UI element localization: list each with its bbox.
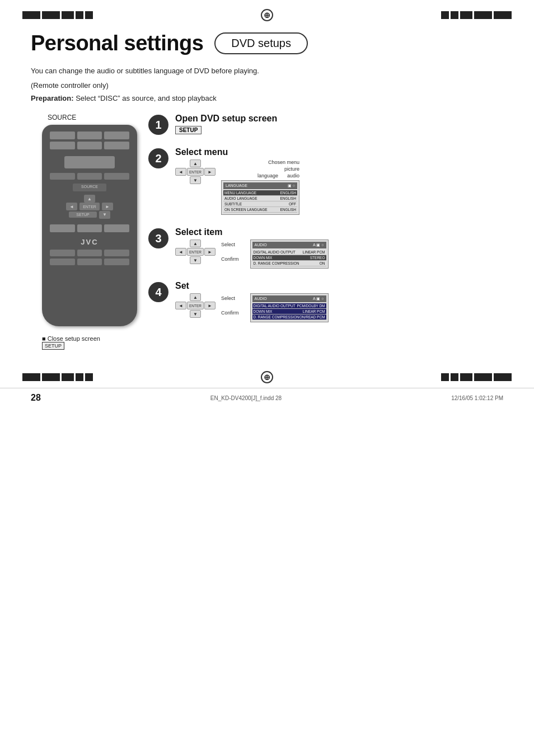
close-text: Close setup screen: [48, 335, 100, 342]
source-label: SOURCE: [48, 114, 148, 121]
strip-block: [441, 11, 449, 19]
tab-row2: language audio: [257, 173, 299, 179]
remote-down-btn: ▼: [99, 211, 110, 219]
step-2-number: 2: [148, 148, 168, 168]
remote-btn: [104, 132, 129, 139]
footer-date: 12/16/05 1:02:12 PM: [451, 395, 503, 401]
screen-row: D. RANGE COMPRESSION ON: [252, 261, 326, 266]
step-2-block: 2 Select menu ▲ ◄ ENTER ►: [148, 147, 503, 219]
close-bullet: ■: [42, 335, 46, 342]
remote-bottom-buttons: [42, 222, 137, 234]
prep-label: Preparation:: [31, 94, 74, 102]
dpad-mid-row: ◄ ENTER ►: [175, 302, 216, 309]
remote-left-btn: ◄: [66, 203, 77, 210]
strip-block: [85, 11, 93, 19]
screen1-title: LANGUAGE: [226, 184, 247, 188]
dpad-step3: ▲ ◄ ENTER ► ▼: [175, 240, 216, 264]
row-label: ON SCREEN LANGUAGE: [224, 208, 268, 212]
select-text: Select: [221, 295, 235, 301]
step-1-content: Open DVD setup screen SETUP: [175, 114, 503, 134]
tab-row: picture: [284, 166, 299, 172]
screen-header-3: AUDIO A ▣ ○: [252, 295, 326, 302]
remote-btn: [50, 142, 75, 149]
row-label: AUDIO LANGUAGE: [224, 196, 257, 200]
row-value: ENGLISH: [280, 196, 296, 200]
screen-row: AUDIO LANGUAGE ENGLISH: [223, 196, 297, 201]
register-mark: ⊕: [261, 9, 273, 21]
row-label: SUBTITLE: [224, 202, 242, 206]
strip-block: [76, 373, 83, 381]
remote-right-btn: ►: [102, 203, 113, 210]
step-3-row: 3 Select item ▲ ◄ ENTER ►: [148, 227, 503, 269]
step-3-number: 3: [148, 228, 168, 248]
select-label-step3: Select: [220, 242, 239, 247]
step-4-detail: ▲ ◄ ENTER ► ▼: [175, 293, 503, 322]
jvc-logo: JVC: [42, 238, 137, 246]
screen-row-selected: DOWN MIX LINEAR PCM: [252, 309, 326, 314]
row-label: D. RANGE COMPRESSION: [254, 261, 299, 265]
screen-thumb-3: AUDIO A ▣ ○ DIGITAL AUDIO OUTPUT PCM/DOL…: [250, 293, 329, 322]
screen3-title: AUDIO: [255, 297, 267, 301]
dpad-right: ►: [204, 302, 216, 309]
main-content: Personal settings DVD setups You can cha…: [0, 20, 534, 367]
remote-control: SOURCE ▲ ◄ ENTER ► SETUP ▼: [42, 125, 137, 326]
step-2-screen-area: Chosen menu picture language audio: [221, 159, 299, 215]
remote-section: SOURCE SOURC: [31, 114, 148, 350]
strip-block: [494, 373, 512, 381]
remote-btn: [104, 250, 129, 256]
row-label: DOWN MIX: [254, 256, 273, 260]
remote-enter-btn: ENTER: [79, 203, 100, 210]
step-4-dpad-area: ▲ ◄ ENTER ► ▼: [175, 293, 239, 318]
dpad-enter: ENTER: [187, 248, 204, 256]
strip-block: [62, 11, 74, 19]
dpad-left: ◄: [175, 302, 186, 309]
row-label: DIGITAL AUDIO OUTPUT: [254, 304, 296, 308]
confirm-text: Confirm: [221, 256, 239, 262]
page-number: 28: [31, 393, 41, 403]
source-label-btn: SOURCE: [73, 184, 106, 191]
step-1-number: 1: [148, 115, 168, 135]
remote-btn: [50, 224, 75, 232]
dpad-down: ▼: [190, 256, 201, 264]
intro-line2: (Remote controller only): [31, 80, 503, 91]
remote-btn: [77, 259, 102, 265]
strip-block: [451, 373, 458, 381]
step-1-row: 1 Open DVD setup screen SETUP: [148, 114, 503, 135]
row-value: ON/READ PCM: [299, 315, 325, 319]
remote-btn: [104, 224, 129, 232]
screen2-title: AUDIO: [255, 243, 267, 247]
strip-block: [22, 373, 40, 381]
select-label-step4: Select: [220, 295, 239, 301]
close-setup-key: SETUP: [42, 342, 64, 350]
row-value: ON: [320, 261, 325, 265]
remote-top-buttons: [42, 125, 137, 154]
screen-row-highlighted: DOWN MIX STEREO: [252, 255, 326, 261]
screen-row: DIGITAL AUDIO OUTPUT LINEAR PCM: [252, 250, 326, 255]
remote-up-btn: ▲: [84, 195, 95, 203]
step-2-title: Select menu: [175, 147, 503, 157]
remote-btn: [77, 142, 102, 149]
confirm-label-step4: Confirm: [220, 310, 239, 316]
step-2-dpad: ▲ ◄ ENTER ► ▼: [175, 159, 216, 184]
dpad-left: ◄: [175, 248, 186, 256]
remote-btn: [104, 259, 129, 265]
step-1-block: 1 Open DVD setup screen SETUP: [148, 114, 503, 139]
row-value: ENGLISH: [280, 191, 296, 195]
strip-right-bottom: [441, 373, 512, 381]
screen-header-2: AUDIO A ▣ ○: [252, 242, 326, 248]
screen-thumb-2: AUDIO A ▣ ○ DIGITAL AUDIO OUTPUT LINEAR …: [250, 240, 329, 269]
nav-row2: SETUP ▼: [69, 210, 110, 219]
row-label: MENU LANGUAGE: [224, 191, 256, 195]
select-text: Select: [221, 242, 235, 247]
row-label: D. RANGE COMPRESSION: [254, 315, 299, 319]
remote-btn: [77, 132, 102, 139]
step-3-title: Select item: [175, 227, 503, 237]
screen-header-1: LANGUAGE ▣ ○: [223, 182, 297, 189]
spacer: [220, 302, 239, 309]
row-value: LINEAR PCM: [303, 309, 325, 313]
footer-filename: EN_KD-DV4200[J]_f.indd 28: [210, 395, 282, 401]
close-setup: ■ Close setup screen SETUP: [42, 335, 148, 350]
row-value: STEREO: [310, 256, 325, 260]
screen1-icon: ▣ ○: [288, 184, 295, 188]
strip-block: [441, 373, 449, 381]
